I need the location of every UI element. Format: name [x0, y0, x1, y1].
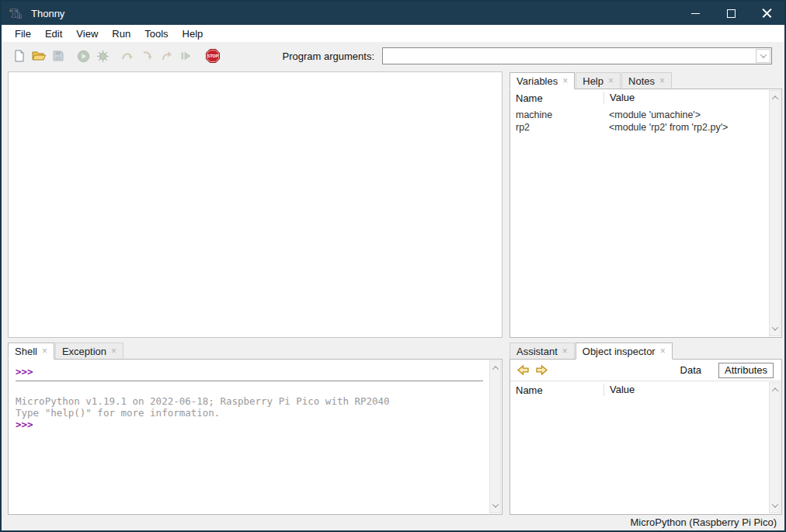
- attributes-mode-button[interactable]: Attributes: [718, 363, 774, 378]
- save-file-icon: [50, 47, 67, 65]
- variable-name: machine: [510, 110, 603, 120]
- menu-bar: File Edit View Run Tools Help: [2, 25, 784, 42]
- step-out-icon: [158, 47, 175, 65]
- scroll-down-icon[interactable]: [770, 323, 780, 334]
- step-over-icon: [119, 47, 136, 65]
- shell-panel: Shell × Exception × >>> MicroPython v1.1…: [8, 342, 503, 515]
- variable-value: <module 'umachine'>: [603, 110, 781, 120]
- debug-script-icon: [94, 47, 111, 65]
- thonny-window: T h Thonny File Edit View Run Tools Help: [0, 0, 786, 532]
- column-header-value: Value: [603, 92, 781, 104]
- tab-notes[interactable]: Notes ×: [621, 72, 672, 89]
- tab-help[interactable]: Help ×: [576, 72, 621, 89]
- stop-restart-icon[interactable]: STOP: [204, 47, 221, 65]
- column-header-name: Name: [510, 384, 603, 396]
- thonny-app-icon: T h: [9, 6, 25, 20]
- scroll-up-icon[interactable]: [770, 92, 780, 103]
- column-header-name: Name: [510, 92, 603, 104]
- column-header-value: Value: [603, 384, 781, 396]
- back-arrow-icon[interactable]: [516, 364, 532, 377]
- menu-tools[interactable]: Tools: [137, 26, 175, 41]
- inspector-table: Name Value: [510, 381, 781, 514]
- tab-label: Variables: [516, 75, 558, 87]
- window-title: Thonny: [31, 8, 64, 19]
- vertical-scrollbar[interactable]: [769, 382, 781, 513]
- tab-label: Assistant: [516, 346, 558, 357]
- tab-label: Exception: [62, 346, 106, 357]
- forward-arrow-icon[interactable]: [535, 364, 551, 377]
- scroll-up-icon[interactable]: [490, 363, 500, 374]
- tab-close-icon[interactable]: ×: [660, 346, 666, 356]
- scroll-down-icon[interactable]: [490, 500, 500, 511]
- tab-shell[interactable]: Shell ×: [8, 342, 54, 360]
- variable-row[interactable]: machine <module 'umachine'>: [510, 109, 781, 121]
- shell-separator: [16, 381, 483, 381]
- svg-text:STOP: STOP: [207, 54, 219, 58]
- menu-help[interactable]: Help: [176, 26, 210, 41]
- menu-run[interactable]: Run: [105, 26, 137, 41]
- tab-assistant[interactable]: Assistant ×: [510, 342, 575, 359]
- menu-edit[interactable]: Edit: [38, 26, 69, 41]
- tab-close-icon[interactable]: ×: [562, 76, 568, 85]
- tab-close-icon[interactable]: ×: [608, 76, 614, 85]
- shell-tab-row: Shell × Exception ×: [8, 342, 503, 359]
- vertical-scrollbar[interactable]: [489, 360, 501, 513]
- maximize-icon: [727, 9, 736, 18]
- status-bar: MicroPython (Raspberry Pi Pico): [2, 513, 784, 530]
- tab-close-icon[interactable]: ×: [42, 346, 47, 356]
- scroll-down-icon[interactable]: [770, 500, 780, 511]
- tab-label: Shell: [15, 346, 37, 357]
- program-arguments-input[interactable]: [383, 48, 756, 64]
- inspector-toolbar: Data Attributes: [510, 360, 781, 381]
- minimize-icon: [691, 13, 700, 14]
- tab-label: Help: [583, 75, 603, 87]
- variables-table-header: Name Value: [510, 89, 781, 106]
- resume-icon: [177, 47, 194, 65]
- variables-table: Name Value machine <module 'umachine'> r…: [510, 89, 782, 338]
- open-file-icon[interactable]: [30, 47, 47, 65]
- variable-name: rp2: [510, 122, 603, 133]
- new-file-icon[interactable]: [11, 47, 28, 65]
- run-script-icon: [75, 47, 92, 65]
- backend-selector[interactable]: MicroPython (Raspberry Pi Pico): [630, 516, 777, 528]
- tab-exception[interactable]: Exception ×: [55, 342, 123, 359]
- step-into-icon: [138, 47, 155, 65]
- tab-close-icon[interactable]: ×: [562, 346, 568, 356]
- variable-row[interactable]: rp2 <module 'rp2' from 'rp2.py'>: [510, 121, 781, 134]
- program-arguments-label: Program arguments:: [283, 50, 375, 62]
- inspector-table-header: Name Value: [510, 381, 781, 398]
- shell-banner-line: Type "help()" for more information.: [16, 407, 483, 419]
- program-arguments-combobox[interactable]: [382, 47, 772, 64]
- tab-close-icon[interactable]: ×: [111, 346, 117, 356]
- title-bar: T h Thonny: [2, 2, 784, 25]
- variables-panel: Variables × Help × Notes × Name Value ma…: [510, 71, 782, 338]
- tab-variables[interactable]: Variables ×: [510, 72, 575, 89]
- chevron-down-icon: [760, 51, 766, 57]
- shell-prompt: >>>: [16, 366, 483, 377]
- inspector-body: Data Attributes Name Value: [510, 359, 782, 515]
- minimize-button[interactable]: [677, 2, 713, 25]
- svg-text:h: h: [17, 11, 22, 19]
- tab-label: Notes: [628, 75, 655, 87]
- object-inspector-panel: Assistant × Object inspector ×: [510, 342, 782, 515]
- menu-file[interactable]: File: [8, 26, 38, 41]
- close-button[interactable]: [749, 2, 784, 25]
- variables-tab-row: Variables × Help × Notes ×: [510, 71, 782, 89]
- data-mode-button[interactable]: Data: [680, 364, 701, 376]
- close-icon: [762, 9, 772, 19]
- menu-view[interactable]: View: [69, 26, 105, 41]
- inspector-tab-row: Assistant × Object inspector ×: [510, 342, 782, 359]
- shell-output[interactable]: >>> MicroPython v1.19.1 on 2022-06-18; R…: [8, 359, 503, 515]
- tab-close-icon[interactable]: ×: [659, 76, 665, 85]
- tab-label: Object inspector: [583, 346, 656, 357]
- code-editor[interactable]: [8, 71, 503, 338]
- shell-banner-line: MicroPython v1.19.1 on 2022-06-18; Raspb…: [16, 395, 483, 407]
- maximize-button[interactable]: [713, 2, 749, 25]
- tab-object-inspector[interactable]: Object inspector ×: [576, 342, 673, 360]
- scroll-up-icon[interactable]: [770, 384, 780, 395]
- combobox-dropdown-button[interactable]: [756, 49, 770, 63]
- shell-prompt: >>>: [16, 419, 483, 430]
- vertical-scrollbar[interactable]: [769, 90, 781, 336]
- main-toolbar: STOP Program arguments:: [2, 42, 784, 70]
- variable-value: <module 'rp2' from 'rp2.py'>: [603, 122, 781, 133]
